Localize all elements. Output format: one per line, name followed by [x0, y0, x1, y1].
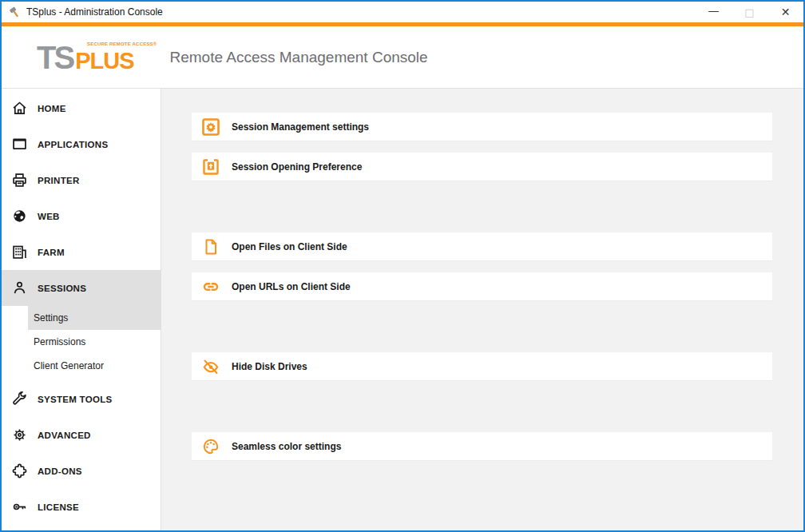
session-management-settings-button[interactable]: Session Management settings — [192, 113, 772, 141]
maximize-button[interactable]: □ — [732, 2, 767, 22]
sidebar-item-system-tools[interactable]: SYSTEM TOOLS — [2, 381, 161, 417]
wrench-icon — [11, 391, 28, 407]
sidebar-subitem-settings[interactable]: Settings — [28, 306, 161, 330]
minimize-button[interactable]: — — [696, 2, 732, 22]
sidebar-item-sessions[interactable]: SESSIONS — [2, 270, 161, 306]
open-files-client-side-button[interactable]: Open Files on Client Side — [192, 232, 772, 261]
button-label: Open Files on Client Side — [232, 241, 347, 252]
open-urls-client-side-button[interactable]: Open URLs on Client Side — [192, 272, 772, 301]
gear-square-icon — [201, 117, 220, 137]
open-session-icon — [201, 157, 220, 177]
sidebar-item-printer[interactable]: PRINTER — [2, 162, 161, 198]
main-content: Session Management settings Session Open… — [161, 89, 803, 530]
sidebar-item-farm[interactable]: FARM — [2, 234, 161, 270]
sidebar-item-label: ADVANCED — [38, 431, 91, 440]
home-icon — [11, 100, 28, 117]
button-label: Open URLs on Client Side — [232, 281, 351, 292]
sessions-icon — [11, 280, 28, 296]
sidebar-item-label: LICENSE — [38, 502, 79, 512]
sidebar-item-advanced[interactable]: ADVANCED — [2, 417, 161, 453]
farm-icon — [11, 244, 28, 260]
subitem-label: Settings — [34, 312, 68, 324]
sidebar-item-label: SESSIONS — [38, 284, 86, 293]
sidebar-item-label: APPLICATIONS — [38, 140, 108, 149]
titlebar: TSplus - Administration Console — □ ✕ — [2, 2, 803, 22]
palette-icon — [201, 437, 220, 456]
window-title: TSplus - Administration Console — [26, 6, 163, 18]
page-title: Remote Access Management Console — [169, 49, 427, 66]
hidden-eye-icon — [201, 357, 220, 376]
hide-disk-drives-button[interactable]: Hide Disk Drives — [192, 352, 772, 381]
gear-icon — [11, 427, 28, 443]
sidebar-item-label: WEB — [38, 212, 60, 221]
sidebar-item-label: ADD-ONS — [38, 466, 82, 476]
window-controls: — □ ✕ — [696, 2, 803, 22]
header: TS PLUS SECURE REMOTE ACCESS® Remote Acc… — [2, 26, 803, 89]
key-icon — [11, 498, 28, 515]
session-opening-preference-button[interactable]: Session Opening Preference — [192, 153, 772, 181]
sidebar-item-label: SYSTEM TOOLS — [38, 395, 112, 404]
web-icon — [11, 208, 28, 224]
sidebar-item-addons[interactable]: ADD-ONS — [2, 453, 161, 489]
subitem-label: Client Generator — [34, 360, 104, 371]
applications-icon — [11, 136, 28, 153]
link-icon — [201, 277, 220, 296]
sidebar-subitem-client-generator[interactable]: Client Generator — [28, 354, 161, 378]
sidebar-item-applications[interactable]: APPLICATIONS — [2, 126, 161, 162]
file-icon — [201, 237, 220, 256]
printer-icon — [11, 172, 28, 189]
sidebar: HOME APPLICATIONS — [2, 89, 161, 530]
button-label: Seamless color settings — [232, 441, 341, 452]
sidebar-item-license[interactable]: LICENSE — [2, 489, 161, 525]
close-button[interactable]: ✕ — [767, 2, 803, 22]
sidebar-item-web[interactable]: WEB — [2, 198, 161, 234]
puzzle-icon — [11, 463, 28, 479]
logo-plus-text: PLUS — [75, 48, 133, 74]
seamless-color-settings-button[interactable]: Seamless color settings — [192, 432, 772, 461]
tsplus-logo: TS PLUS SECURE REMOTE ACCESS® — [37, 39, 133, 76]
app-window: TSplus - Administration Console — □ ✕ TS… — [0, 0, 805, 532]
logo-tagline: SECURE REMOTE ACCESS® — [87, 42, 157, 46]
button-label: Session Management settings — [232, 121, 369, 133]
sidebar-item-home[interactable]: HOME — [2, 90, 161, 126]
sidebar-subitem-permissions[interactable]: Permissions — [28, 330, 161, 354]
subitem-label: Permissions — [34, 336, 85, 347]
button-label: Hide Disk Drives — [232, 361, 307, 372]
logo-ts-text: TS — [37, 39, 73, 76]
sidebar-item-label: FARM — [38, 248, 65, 257]
sidebar-item-label: PRINTER — [38, 176, 80, 185]
sidebar-item-label: HOME — [38, 104, 66, 113]
app-icon — [7, 6, 21, 19]
button-label: Session Opening Preference — [232, 161, 362, 173]
